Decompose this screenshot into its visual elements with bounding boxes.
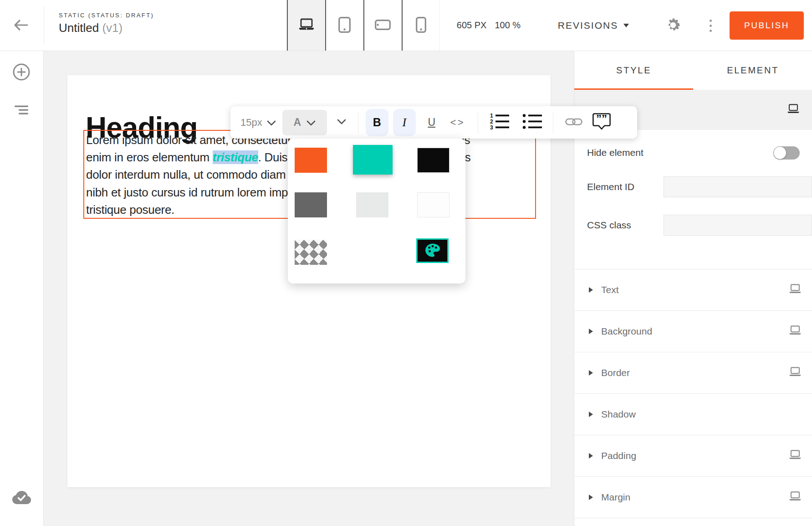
divider [478,112,478,133]
highlighted-text: tristique [213,150,258,164]
settings-button[interactable] [664,16,682,35]
plus-circle-icon [12,62,31,83]
device-scope-icon [789,491,802,503]
section-margin[interactable]: Margin [574,477,812,518]
bullet-list-icon [522,113,543,132]
css-class-input[interactable] [664,215,812,236]
section-shadow[interactable]: Shadow [574,394,812,435]
italic-button[interactable]: I [393,109,416,136]
color-swatch-teal-selected[interactable] [353,145,393,175]
quote-bubble-icon: ”” [592,113,611,132]
device-scope-icon [789,325,802,337]
phone-portrait-icon [416,17,426,34]
document-title: Untitled (v1) [59,21,154,35]
element-id-row: Element ID [587,176,803,197]
tab-element[interactable]: ELEMENT [694,51,812,90]
element-id-input[interactable] [664,176,812,197]
chevron-down-icon [337,119,346,126]
tab-style[interactable]: STYLE [574,51,694,90]
link-button[interactable] [563,109,584,136]
phone-landscape-icon [375,20,391,31]
ordered-list-button[interactable]: 123 [487,109,512,136]
font-size-dropdown[interactable]: 15px [240,117,276,129]
device-tablet-button[interactable] [325,0,363,51]
saved-status-indicator [11,490,32,506]
svg-text:1: 1 [490,113,493,119]
text-color-dropdown[interactable]: A [282,110,327,135]
chevron-right-icon [589,495,593,500]
gear-icon [664,28,682,35]
custom-color-swatch-selected[interactable] [416,238,449,263]
top-bar: STATIC (STATUS: DRAFT) Untitled (v1) [0,0,812,51]
section-background[interactable]: Background [574,311,812,352]
canvas-size-indicator: 605 PX 100 % [441,0,536,51]
canvas-width-value: 605 PX [457,20,487,31]
publish-button[interactable]: PUBLISH [730,11,804,40]
color-swatch-white[interactable] [417,192,449,217]
panel-tabs: STYLE ELEMENT [574,51,812,90]
css-class-row: CSS class [587,214,803,236]
back-button[interactable] [12,18,30,33]
link-chain-icon [565,116,582,129]
palette-icon [424,243,441,259]
section-padding[interactable]: Padding [574,435,812,477]
hide-element-label: Hide element [587,147,643,158]
device-scope-icon [789,284,802,296]
text-format-toolbar: 15px A B I U <> 123 [230,106,637,139]
svg-text:””: ”” [596,113,607,125]
cloud-check-icon [11,490,32,507]
divider [358,112,358,133]
color-picker-popover [288,139,465,284]
divider [553,112,553,133]
left-toolbar [0,51,44,526]
more-options-button[interactable] [704,15,717,36]
hide-element-toggle[interactable] [773,146,800,160]
chevron-down-icon [267,117,276,129]
css-class-label: CSS class [587,220,631,231]
layers-list-icon [14,105,29,116]
device-phone-landscape-button[interactable] [363,0,402,51]
color-swatch-light-gray[interactable] [356,192,388,217]
caret-down-icon [623,24,629,27]
section-text[interactable]: Text [574,269,812,311]
kebab-icon [710,20,712,22]
layers-button[interactable] [11,100,32,121]
bullet-list-button[interactable] [520,109,545,136]
numbered-list-icon: 123 [489,113,510,132]
add-element-button[interactable] [11,62,32,83]
revisions-dropdown[interactable]: REVISIONS [548,0,639,51]
more-styles-dropdown[interactable] [333,110,350,135]
device-scope-icon [787,104,800,116]
color-swatch-orange[interactable] [295,148,327,173]
divider [44,6,44,45]
svg-text:2: 2 [490,119,493,125]
tablet-icon [338,17,351,34]
device-phone-button[interactable] [402,0,440,51]
chevron-right-icon [589,287,593,293]
color-swatch-transparent[interactable] [295,240,327,265]
color-swatch-black[interactable] [417,148,449,173]
device-desktop-button[interactable] [287,0,325,51]
blockquote-button[interactable]: ”” [589,109,614,136]
chevron-down-icon [306,116,316,129]
document-title-block: STATIC (STATUS: DRAFT) Untitled (v1) [59,12,154,35]
bold-button[interactable]: B [366,109,388,136]
section-border[interactable]: Border [574,352,812,394]
chevron-right-icon [589,453,593,459]
underline-button[interactable]: U [422,109,441,136]
device-scope-icon [789,367,802,379]
device-preview-switcher [286,0,440,51]
color-swatch-dark-gray[interactable] [295,192,327,217]
page-builder-app: STATIC (STATUS: DRAFT) Untitled (v1) [0,0,812,526]
hide-element-row: Hide element [587,142,800,163]
device-scope-icon [789,450,802,462]
zoom-percent-value: 100 % [495,20,521,31]
style-sections: Text Background Border Shadow Padding [574,269,812,518]
back-arrow-icon [13,26,29,33]
code-button[interactable]: <> [446,109,470,136]
chevron-right-icon [589,370,593,376]
svg-text:3: 3 [490,124,493,131]
laptop-icon [298,18,315,32]
version-label: (v1) [102,21,123,35]
element-id-label: Element ID [587,181,634,192]
